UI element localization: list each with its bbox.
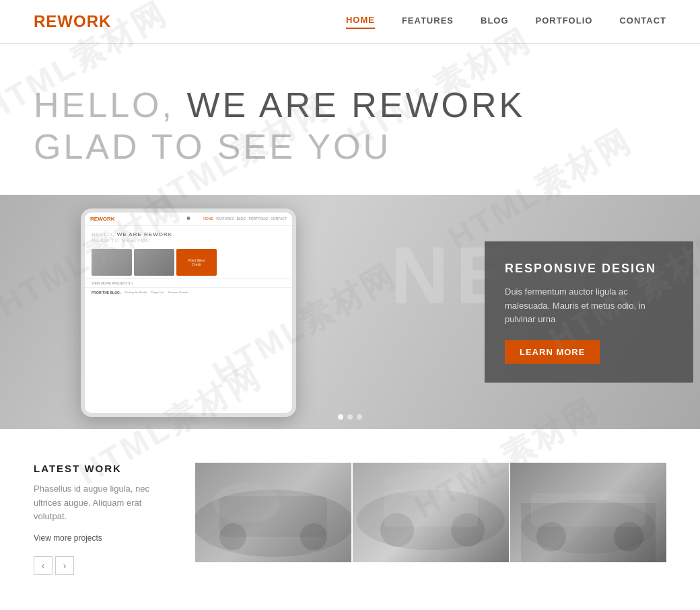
tablet-hero-dark: WE ARE REWORK [114, 231, 172, 237]
tablet-logo: REWORK [90, 216, 114, 222]
tablet-viewmore: VIEW MORE PROJECTS > [85, 278, 292, 287]
logo[interactable]: REWORK [34, 12, 111, 31]
slider-dots [338, 414, 362, 420]
info-box: RESPONSIVE DESIGN Duis fermentum auctor … [485, 241, 693, 383]
view-more-link[interactable]: View more projects [34, 533, 175, 543]
tablet-logo-work: WORK [98, 216, 114, 222]
tablet-nav-features: FEATURES [216, 217, 234, 221]
tablet-nav-home: HOME [203, 217, 213, 221]
learn-more-button[interactable]: Learn More [505, 340, 600, 364]
project-thumb-3[interactable] [510, 463, 666, 562]
latest-work-section: LATEST WORK Phasellus id augue ligula, n… [0, 429, 700, 575]
tablet-hero: HELLO, WE ARE REWORK GLAD TO SEE YOU [85, 226, 292, 246]
tablet-hero-text: HELLO, WE ARE REWORK [92, 231, 285, 237]
next-arrow-button[interactable]: › [55, 556, 74, 575]
slider-dot-1[interactable] [338, 414, 343, 420]
tablet-nav-blog: BLOG [236, 217, 246, 221]
svg-rect-14 [531, 493, 645, 527]
nav-features[interactable]: FEATURES [402, 15, 454, 28]
tablet-hero-gray: HELLO, [92, 231, 114, 237]
arrow-buttons: ‹ › [34, 556, 175, 575]
tablet-projects: Point West Credit [85, 246, 292, 278]
hero-rework: WE ARE REWORK [174, 85, 525, 124]
svg-rect-4 [219, 496, 327, 537]
main-nav: HOME FEATURES BLOG PORTFOLIO CONTACT [346, 15, 666, 29]
tablet-blog: FROM THE BLOG: Finding the Wraith Craig'… [85, 287, 292, 297]
slider-section: NEWS REWORK HOME FEATURES BLOG PORTFOLIO… [0, 195, 700, 429]
tablet-proj-1 [92, 249, 132, 276]
hero-section: HELLO, WE ARE REWORK GLAD TO SEE YOU [0, 44, 700, 195]
tablet-proj-3: Point West Credit [176, 249, 217, 276]
prev-arrow-button[interactable]: ‹ [34, 556, 53, 575]
project-thumb-1[interactable] [195, 463, 351, 562]
tablet-nav-contact: CONTACT [271, 217, 287, 221]
tablet-blog-2: Craig's List [151, 291, 164, 295]
tablet-inner: REWORK HOME FEATURES BLOG PORTFOLIO CONT… [85, 213, 292, 413]
tablet-blog-from: FROM THE BLOG: [92, 291, 121, 295]
nav-contact[interactable]: CONTACT [619, 15, 666, 28]
logo-work: WORK [57, 12, 111, 30]
hero-headline-2: GLAD TO SEE YOU [34, 126, 666, 167]
latest-work-text: LATEST WORK Phasellus id augue ligula, n… [34, 463, 195, 575]
info-box-description: Duis fermentum auctor ligula ac malesuad… [505, 285, 673, 327]
tablet-logo-re: RE [90, 216, 98, 222]
tablet-nav-portfolio: PORTFOLIO [248, 217, 268, 221]
info-box-title: RESPONSIVE DESIGN [505, 262, 673, 276]
tablet-proj-label2: Credit [192, 262, 201, 266]
nav-portfolio[interactable]: PORTFOLIO [536, 15, 593, 28]
tablet-nav: HOME FEATURES BLOG PORTFOLIO CONTACT [203, 217, 287, 221]
hero-headline-1: HELLO, WE ARE REWORK [34, 84, 666, 126]
tablet-proj-2 [134, 249, 174, 276]
tablet-mockup: REWORK HOME FEATURES BLOG PORTFOLIO CONT… [81, 208, 296, 417]
nav-blog[interactable]: BLOG [481, 15, 509, 28]
hero-hello: HELLO, [34, 85, 174, 124]
nav-home[interactable]: HOME [346, 15, 375, 29]
latest-work-description: Phasellus id augue ligula, nec ultrices … [34, 482, 175, 524]
header: REWORK HOME FEATURES BLOG PORTFOLIO CONT… [0, 0, 700, 44]
svg-point-9 [384, 469, 478, 496]
tablet-hero-sub: GLAD TO SEE YOU [92, 237, 285, 243]
logo-re: RE [34, 12, 57, 30]
latest-work-title: LATEST WORK [34, 463, 175, 474]
project-thumbnails [195, 463, 666, 575]
slider-dot-2[interactable] [347, 414, 353, 420]
slider-background: NEWS REWORK HOME FEATURES BLOG PORTFOLIO… [0, 195, 700, 429]
tablet-blog-1: Finding the Wraith [125, 291, 147, 295]
slider-dot-3[interactable] [357, 414, 362, 420]
tablet-camera [187, 217, 190, 220]
project-thumb-2[interactable] [353, 463, 509, 562]
tablet-blog-3: Summer Sounds [168, 291, 188, 295]
